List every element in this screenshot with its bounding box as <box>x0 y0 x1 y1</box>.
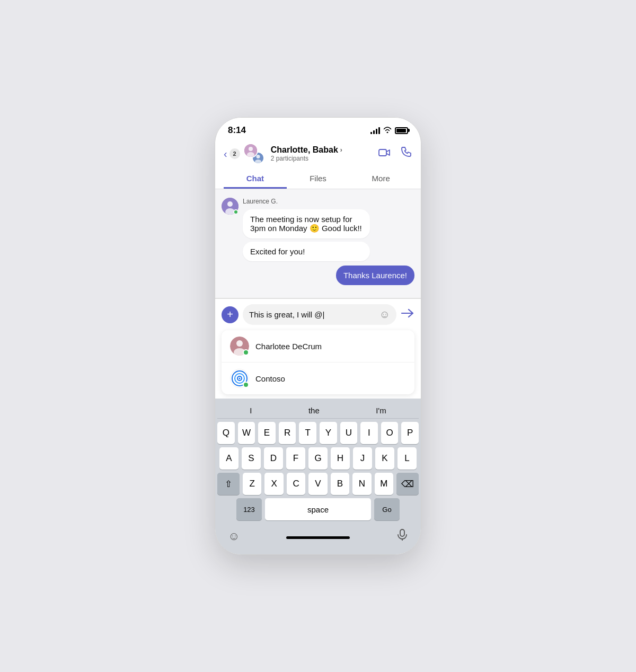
key-r[interactable]: R <box>279 422 296 444</box>
tab-chat[interactable]: Chat <box>224 170 287 189</box>
attach-button[interactable]: + <box>222 306 238 323</box>
video-call-icon[interactable] <box>378 147 391 161</box>
wifi-icon <box>383 127 392 135</box>
svg-point-11 <box>236 340 243 347</box>
header-name: Charlotte, Babak › <box>271 145 342 155</box>
phone-frame: 8:14 ‹ <box>215 117 421 555</box>
key-p[interactable]: P <box>401 422 419 444</box>
back-badge: 2 <box>229 148 240 159</box>
message-bubble-1: The meeting is now setup for 3pm on Mond… <box>243 209 370 238</box>
key-n[interactable]: N <box>352 473 371 495</box>
number-key[interactable]: 123 <box>236 498 262 520</box>
mention-item-charlotee[interactable]: Charlotee DeCrum <box>222 330 414 362</box>
keyboard-suggestions: I the I'm <box>217 403 419 419</box>
input-row-wrapper: + This is great, I will @| ☺ <box>215 298 421 330</box>
key-c[interactable]: C <box>287 473 305 495</box>
key-i[interactable]: I <box>360 422 378 444</box>
suggestion-2[interactable]: the <box>302 406 326 415</box>
key-z[interactable]: Z <box>243 473 261 495</box>
svg-rect-6 <box>379 149 386 156</box>
send-button[interactable] <box>401 307 414 322</box>
message-bubble-2: Excited for you! <box>243 242 370 261</box>
key-e[interactable]: E <box>258 422 276 444</box>
avatar-charlotte <box>243 143 258 158</box>
message-input[interactable]: This is great, I will @| <box>249 310 375 319</box>
svg-point-16 <box>239 378 241 379</box>
key-b[interactable]: B <box>331 473 349 495</box>
backspace-key[interactable]: ⌫ <box>396 473 419 495</box>
input-row: + This is great, I will @| ☺ <box>222 304 414 325</box>
tab-more[interactable]: More <box>349 170 412 189</box>
home-indicator <box>286 536 350 539</box>
svg-rect-17 <box>400 529 404 536</box>
key-o[interactable]: O <box>381 422 399 444</box>
key-u[interactable]: U <box>340 422 358 444</box>
key-y[interactable]: Y <box>320 422 337 444</box>
key-j[interactable]: J <box>353 447 372 470</box>
key-w[interactable]: W <box>238 422 255 444</box>
message-input-wrap[interactable]: This is great, I will @| ☺ <box>243 304 396 325</box>
keyboard-row-4: 123 space Go <box>217 498 419 520</box>
avatar-group <box>243 143 264 164</box>
message-row-received: Laurence G. The meeting is now setup for… <box>222 198 414 261</box>
messages-area: Laurence G. The meeting is now setup for… <box>215 189 421 298</box>
keyboard-row-1: Q W E R T Y U I O P <box>217 422 419 444</box>
shift-key[interactable]: ⇧ <box>217 473 240 495</box>
emoji-picker-icon[interactable]: ☺ <box>379 308 390 321</box>
key-k[interactable]: K <box>375 447 394 470</box>
tab-files[interactable]: Files <box>287 170 350 189</box>
keyboard-bottom-bar: ☺ <box>217 524 419 552</box>
back-button[interactable]: ‹ 2 <box>224 148 240 160</box>
suggestion-1[interactable]: I <box>243 406 258 415</box>
signal-icon <box>370 127 380 134</box>
mention-item-contoso[interactable]: Contoso <box>222 362 414 394</box>
key-l[interactable]: L <box>398 447 417 470</box>
back-chevron-icon: ‹ <box>224 148 227 160</box>
header-actions <box>378 146 412 161</box>
key-q[interactable]: Q <box>217 422 235 444</box>
mention-name-contoso: Contoso <box>255 374 285 383</box>
battery-icon <box>395 127 408 134</box>
keyboard: I the I'm Q W E R T Y U I O P A S D F G … <box>215 399 421 554</box>
header-top: ‹ 2 <box>224 143 412 164</box>
key-v[interactable]: V <box>308 473 327 495</box>
key-m[interactable]: M <box>375 473 393 495</box>
status-bar: 8:14 <box>215 118 421 139</box>
key-d[interactable]: D <box>264 447 283 470</box>
emoji-keyboard-icon[interactable]: ☺ <box>228 529 240 543</box>
space-key[interactable]: space <box>265 498 371 520</box>
keyboard-row-3: ⇧ Z X C V B N M ⌫ <box>217 473 419 495</box>
message-row-sent: Thanks Laurence! <box>222 266 414 285</box>
phone-call-icon[interactable] <box>401 146 412 161</box>
key-f[interactable]: F <box>286 447 305 470</box>
suggestion-3[interactable]: I'm <box>369 406 393 415</box>
sender-avatar-laurence <box>222 198 238 215</box>
online-indicator <box>233 209 238 215</box>
plus-icon: + <box>227 308 233 321</box>
mention-online-dot <box>243 349 249 356</box>
status-time: 8:14 <box>228 125 246 136</box>
message-bubble-sent: Thanks Laurence! <box>336 266 414 285</box>
key-x[interactable]: X <box>264 473 283 495</box>
header-subtitle: 2 participants <box>271 155 342 162</box>
header-left: ‹ 2 <box>224 143 342 164</box>
title-chevron-icon: › <box>340 146 342 154</box>
mention-avatar-contoso <box>230 369 249 388</box>
message-content-received: Laurence G. The meeting is now setup for… <box>243 198 370 261</box>
go-key[interactable]: Go <box>374 498 400 520</box>
mention-avatar-charlotee <box>230 337 249 356</box>
key-t[interactable]: T <box>299 422 316 444</box>
contoso-online-dot <box>243 382 249 388</box>
key-g[interactable]: G <box>308 447 328 470</box>
tabs: Chat Files More <box>224 170 412 189</box>
header-title: Charlotte, Babak › 2 participants <box>271 145 342 162</box>
key-s[interactable]: S <box>242 447 261 470</box>
status-icons <box>370 127 408 135</box>
microphone-icon[interactable] <box>396 529 408 544</box>
key-a[interactable]: A <box>219 447 238 470</box>
key-h[interactable]: H <box>331 447 350 470</box>
svg-point-1 <box>249 147 253 151</box>
svg-point-4 <box>256 155 260 158</box>
keyboard-row-2: A S D F G H J K L <box>217 447 419 470</box>
svg-point-8 <box>227 201 233 207</box>
